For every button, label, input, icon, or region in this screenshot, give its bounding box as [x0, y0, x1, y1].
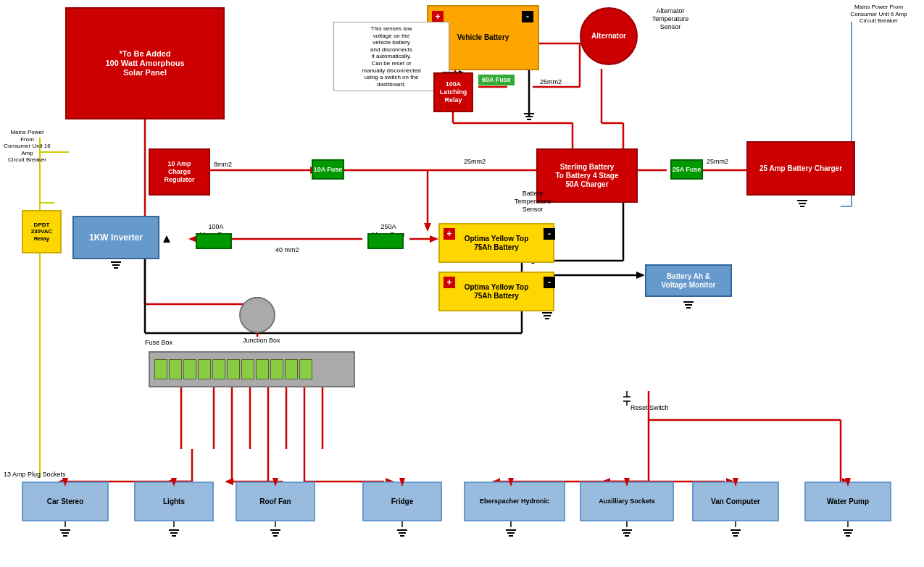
wire-25mm2-mid: 25mm2 — [464, 158, 486, 166]
battery-1: Optima Yellow Top75Ah Battery — [438, 223, 554, 263]
battery2-positive: + — [444, 277, 455, 288]
battery1-positive: + — [444, 228, 455, 240]
roof-fan: Roof Fan — [236, 482, 315, 521]
battery-charger-25a: 25 Amp Battery Charger — [746, 141, 855, 196]
fuse-10a: 10A Fuse — [312, 159, 344, 180]
water-pump: Water Pump — [804, 482, 891, 521]
relay-note: This senses lowvoltage on thevehicle bat… — [333, 22, 449, 91]
ground-vehicle-battery — [524, 112, 534, 121]
junction-box — [239, 297, 275, 333]
wiring-diagram: *To Be Added100 Watt AmorphousSolar Pane… — [0, 0, 924, 567]
fridge: Fridge — [362, 482, 442, 521]
mains-16a-label: Mains Power FromConsumer Unit 16 AmpCirc… — [4, 129, 51, 164]
battery-positive: + — [432, 11, 444, 22]
fuse-2 — [169, 359, 182, 379]
reset-switch-symbol — [620, 391, 634, 406]
mains-6a-label: Mains Power FromConsumer Unit 6 AmpCircu… — [837, 4, 920, 25]
ground-charger-25a — [797, 199, 807, 208]
ground-lights — [169, 529, 179, 537]
eberspacher: Eberspacher Hydronic — [464, 482, 565, 521]
latching-relay: 100ALatchingRelay — [433, 72, 473, 112]
fuse-3 — [183, 359, 196, 379]
solar-panel: *To Be Added100 Watt AmorphousSolar Pane… — [65, 7, 225, 119]
fuse-1 — [154, 359, 167, 379]
car-stereo: Car Stereo — [22, 482, 109, 521]
wire-40mm2: 40 mm2 — [275, 246, 299, 254]
ground-eberspacher — [506, 529, 516, 537]
fuse-5 — [212, 359, 225, 379]
13amp-sockets-label: 13 Amp Plug Sockets — [4, 471, 66, 479]
fuse-25a: 25A Fuse — [670, 159, 703, 180]
alternator: Alternator — [580, 7, 638, 65]
fuse-box-label: Fuse Box — [145, 339, 172, 347]
junction-box-label: Junction Box — [243, 337, 280, 345]
fuse-7 — [241, 359, 254, 379]
fuse-250a-mega — [367, 233, 404, 249]
svg-marker-16 — [163, 235, 170, 243]
fuse-4 — [198, 359, 211, 379]
svg-marker-33 — [430, 235, 438, 243]
battery-negative: - — [522, 11, 533, 22]
fuse-box — [149, 351, 355, 387]
battery2-negative: - — [544, 277, 555, 288]
ground-battery-monitor — [683, 301, 694, 309]
fuse-11 — [299, 359, 312, 379]
svg-marker-51 — [225, 478, 233, 485]
ground-water-pump — [843, 529, 853, 537]
ground-fridge — [397, 529, 407, 537]
ground-roof-fan — [270, 529, 280, 537]
inverter: 1KW Inverter — [72, 216, 159, 259]
battery1-negative: - — [544, 228, 555, 240]
ground-inverter — [111, 261, 121, 269]
lights: Lights — [134, 482, 214, 521]
aux-sockets: Auxilliary Sockets — [580, 482, 674, 521]
svg-marker-73 — [636, 272, 645, 279]
fuse-100a-mega — [196, 233, 232, 249]
ground-aux-sockets — [622, 529, 632, 537]
fuse-10 — [285, 359, 298, 379]
fuse-60a: 60A Fuse — [478, 75, 515, 85]
ground-battery1 — [542, 311, 552, 320]
alternator-sensor-label: AlternatorTemperatureSensor — [638, 7, 703, 30]
dpdt-relay: DPDT230VACRelay — [22, 210, 62, 253]
ground-van-computer — [731, 529, 741, 537]
battery-2: Optima Yellow Top75Ah Battery — [438, 272, 554, 311]
fuse-9 — [270, 359, 283, 379]
ground-car-stereo — [60, 529, 70, 537]
wire-25mm2-right: 25mm2 — [707, 158, 728, 166]
van-computer: Van Computer — [692, 482, 779, 521]
wire-8mm2: 8mm2 — [214, 161, 232, 169]
fuse-8 — [256, 359, 269, 379]
fuse-60a-label: 60A Fuse — [478, 75, 515, 85]
battery-temp-label: BatteryTemperatureSensor — [507, 190, 558, 213]
svg-marker-8 — [424, 223, 431, 232]
charge-regulator: 10 AmpChargeRegulator — [149, 148, 210, 196]
battery-monitor: Battery Ah &Voltage Monitor — [645, 264, 732, 297]
fuse-6 — [227, 359, 240, 379]
wire-25mm2-top: 25mm2 — [540, 78, 562, 86]
reset-switch-label: Reset Switch — [630, 404, 669, 412]
